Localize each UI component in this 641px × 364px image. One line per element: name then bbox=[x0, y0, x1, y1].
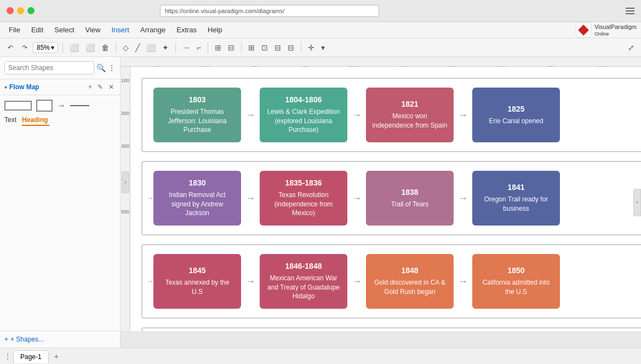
diagram-row-1: 1803 President Thomas Jefferson: Louisia… bbox=[141, 78, 641, 152]
search-input[interactable] bbox=[4, 61, 94, 74]
shape-button[interactable]: ⬜ bbox=[144, 42, 158, 54]
fullscreen-button[interactable]: ⤢ bbox=[626, 42, 637, 54]
connector-1: → bbox=[241, 109, 260, 121]
line-color-button[interactable]: ╱ bbox=[133, 42, 142, 54]
event-box-1803[interactable]: 1803 President Thomas Jefferson: Louisia… bbox=[153, 88, 241, 142]
grid-button[interactable]: ⊞ bbox=[246, 42, 257, 54]
toolbar-separator-4 bbox=[208, 42, 208, 53]
minimize-button[interactable] bbox=[17, 7, 24, 14]
menu-view[interactable]: View bbox=[81, 24, 105, 36]
shapes-more-button[interactable]: + + Shapes... bbox=[0, 331, 120, 348]
search-box: 🔍 ⋮ bbox=[0, 57, 120, 79]
right-collapse-button[interactable]: ‹ bbox=[633, 189, 641, 216]
event-desc-1821: Mexico won independence from Spain bbox=[371, 112, 448, 130]
canvas-inner: 1803 President Thomas Jefferson: Louisia… bbox=[130, 67, 641, 331]
event-year-1803: 1803 bbox=[188, 95, 205, 104]
event-year-1846: 1846-1848 bbox=[285, 262, 322, 270]
preview-row bbox=[141, 327, 641, 331]
heading-underline bbox=[22, 125, 49, 126]
shape-wide-rect[interactable] bbox=[4, 101, 32, 111]
delete-button[interactable]: 🗑 bbox=[99, 42, 111, 54]
menu-select[interactable]: Select bbox=[50, 24, 78, 36]
event-year-1825: 1825 bbox=[507, 105, 524, 113]
menu-file[interactable]: File bbox=[4, 24, 25, 36]
more-button[interactable]: ▾ bbox=[319, 42, 327, 54]
event-box-1835[interactable]: 1835-1836 Texas Revolution (independence… bbox=[260, 171, 347, 226]
undo-button[interactable]: ↶ bbox=[4, 42, 16, 53]
vp-logo-icon bbox=[576, 22, 591, 38]
add-button[interactable]: ✛ bbox=[306, 42, 317, 54]
event-box-1841[interactable]: 1841 Oregon Trail ready for business bbox=[472, 171, 560, 226]
heading-shape[interactable]: Heading bbox=[22, 116, 49, 126]
menu-insert[interactable]: Insert bbox=[107, 24, 134, 36]
copy-button[interactable]: ⬜ bbox=[67, 42, 81, 54]
menu-extras[interactable]: Extras bbox=[172, 24, 201, 36]
event-desc-1835: Texas Revolution (independence from Mexi… bbox=[265, 190, 342, 218]
event-desc-1825: Erie Canal opened bbox=[489, 117, 543, 126]
search-options-icon[interactable]: ⋮ bbox=[108, 63, 116, 72]
tab-add-button[interactable]: + bbox=[51, 351, 62, 362]
redo-button[interactable]: ↷ bbox=[19, 42, 31, 53]
align-button[interactable]: ⊟ bbox=[226, 42, 237, 54]
toolbar-separator-3 bbox=[175, 42, 176, 53]
hamburger-menu[interactable] bbox=[626, 8, 634, 14]
titlebar: https://online.visual-paradigm.com/diagr… bbox=[0, 0, 641, 22]
text-shape-label[interactable]: Text bbox=[4, 116, 16, 124]
plus-icon: + bbox=[4, 336, 8, 343]
event-desc-1850: California admitted into the U.S bbox=[478, 278, 554, 297]
flow-map-close-button[interactable]: ✕ bbox=[107, 83, 116, 91]
event-box-1846[interactable]: 1846-1848 Mexican American War and Treat… bbox=[260, 254, 347, 309]
event-box-1838[interactable]: 1838 Trail of Tears bbox=[366, 171, 454, 226]
left-panel-collapse[interactable]: › bbox=[122, 171, 129, 193]
diagram-row-3: → 1845 Texas annexed by the U.S → 1846-1… bbox=[141, 244, 641, 319]
paste-button[interactable]: ⬜ bbox=[83, 42, 97, 54]
waypoint-button[interactable]: ⌐ bbox=[194, 42, 203, 54]
search-icon[interactable]: 🔍 bbox=[96, 63, 106, 72]
group-button[interactable]: ⊞ bbox=[213, 42, 224, 54]
zoom-control[interactable]: 85% ▾ bbox=[33, 42, 58, 53]
flow-map-chevron[interactable]: ▾ bbox=[4, 84, 7, 90]
tab-page-1[interactable]: Page-1 bbox=[13, 350, 49, 363]
url-bar[interactable]: https://online.visual-paradigm.com/diagr… bbox=[160, 5, 379, 17]
line-shape[interactable] bbox=[70, 105, 89, 106]
event-box-1825[interactable]: 1825 Erie Canal opened bbox=[472, 88, 560, 142]
layout-button[interactable]: ⊟ bbox=[285, 42, 296, 54]
event-box-1845[interactable]: 1845 Texas annexed by the U.S bbox=[153, 254, 241, 309]
menu-arrange[interactable]: Arrange bbox=[136, 24, 170, 36]
menu-edit[interactable]: Edit bbox=[27, 24, 48, 36]
event-year-1838: 1838 bbox=[401, 188, 418, 197]
tab-bar: ⋮ Page-1 + bbox=[0, 348, 641, 364]
menu-help[interactable]: Help bbox=[203, 24, 227, 36]
shape-rect[interactable] bbox=[36, 100, 53, 112]
event-box-1804[interactable]: 1804-1806 Lewis & Clark Expedition (expl… bbox=[260, 88, 347, 142]
text-items: Text Heading bbox=[4, 116, 116, 126]
event-box-1821[interactable]: 1821 Mexico won independence from Spain bbox=[366, 88, 454, 142]
connector-button[interactable]: → bbox=[180, 42, 192, 54]
flow-map-add-button[interactable]: + bbox=[87, 83, 94, 91]
ruler-left-200: 200 bbox=[121, 111, 129, 116]
maximize-button[interactable] bbox=[27, 7, 35, 14]
event-desc-1804: Lewis & Clark Expedition (explored Louis… bbox=[265, 107, 342, 135]
snap-button[interactable]: ⊡ bbox=[259, 42, 270, 54]
fill-button[interactable]: ◇ bbox=[121, 42, 131, 54]
arrow-shape[interactable]: → bbox=[57, 101, 66, 111]
connector-5: → bbox=[347, 193, 366, 204]
event-box-1848[interactable]: 1848 Gold discovered in CA & Gold Rush b… bbox=[366, 254, 454, 309]
anchor-button[interactable]: ⊟ bbox=[272, 42, 283, 54]
style-button[interactable]: ✦ bbox=[160, 42, 171, 54]
ruler-left-500: 500 bbox=[121, 209, 129, 215]
event-desc-1803: President Thomas Jefferson: Louisiana Pu… bbox=[159, 107, 236, 135]
tab-options-icon[interactable]: ⋮ bbox=[4, 353, 11, 360]
traffic-lights bbox=[7, 7, 35, 14]
shapes-area: → Text Heading bbox=[0, 95, 120, 130]
close-button[interactable] bbox=[7, 7, 14, 14]
event-box-1850[interactable]: 1850 California admitted into the U.S bbox=[472, 254, 560, 309]
shapes-row-1: → bbox=[4, 100, 116, 112]
flow-map-edit-button[interactable]: ✎ bbox=[96, 83, 105, 91]
ruler-left-100: 100 bbox=[121, 78, 129, 83]
event-box-1830[interactable]: 1830 Indian Removal Act signed by Andrew… bbox=[153, 171, 241, 226]
event-year-1845: 1845 bbox=[188, 266, 205, 275]
canvas-content[interactable]: 1803 President Thomas Jefferson: Louisia… bbox=[130, 67, 641, 331]
zoom-dropdown-icon: ▾ bbox=[51, 44, 54, 51]
event-year-1848: 1848 bbox=[401, 266, 418, 275]
